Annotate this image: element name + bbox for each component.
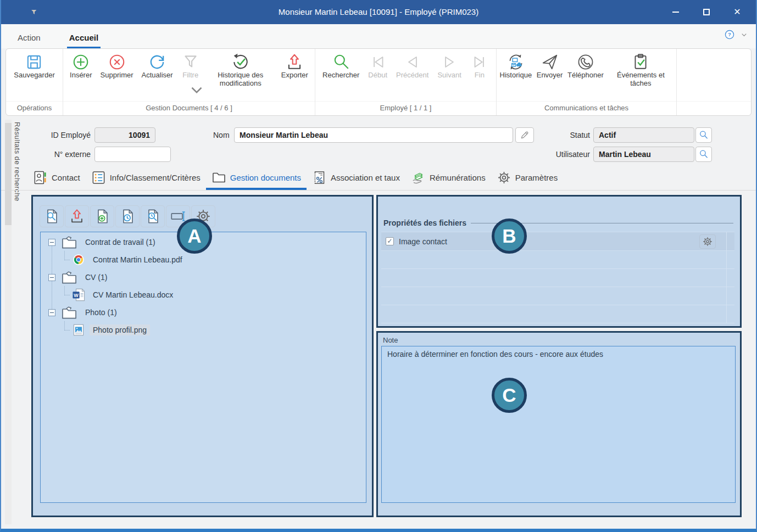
ribbon-group-operations: SauvegarderOpérations — [6, 49, 63, 115]
user-lookup-button[interactable] — [695, 147, 712, 162]
ribbon-button-label: Exporter — [281, 71, 308, 80]
chevron-down-icon[interactable] — [740, 31, 748, 39]
fin-button[interactable]: Fin — [469, 53, 491, 80]
suivant-button[interactable]: Suivant — [436, 53, 463, 80]
exporter-button[interactable]: Exporter — [280, 53, 310, 80]
property-settings-button[interactable] — [699, 234, 716, 249]
ribbon-group-label: Gestion Documents [ 4 / 6 ] — [63, 101, 315, 115]
contact-card-icon — [33, 170, 48, 185]
add-document-button[interactable] — [90, 205, 114, 227]
ribbon-group-label — [677, 101, 751, 115]
ribbon-button-label: Insérer — [70, 71, 92, 80]
envoyer-button[interactable]: Envoyer — [535, 53, 565, 80]
tab-label: Rémunérations — [430, 173, 486, 182]
historique-button[interactable]: Historique — [498, 53, 534, 80]
tab-association-et-taux[interactable]: Association et taux — [307, 167, 405, 190]
tab-gestion-documents[interactable]: Gestion documents — [206, 167, 307, 190]
history-check-icon — [231, 53, 250, 71]
tree-item-cv-1[interactable]: CV (1) — [41, 268, 366, 286]
tab-info-classement-criteres[interactable]: Info/Classement/Critères — [86, 167, 206, 190]
nav-last-icon — [470, 53, 489, 71]
ribbon-tab-accueil[interactable]: Accueil — [67, 33, 101, 48]
search-lookup-icon — [698, 149, 709, 160]
checkbox-checked-icon[interactable]: ✓ — [386, 237, 394, 245]
ribbon-help-area: ? — [723, 29, 748, 41]
telephoner-button[interactable]: Téléphoner — [566, 53, 605, 80]
annotation-circle-b: B — [492, 219, 527, 254]
export-document-button[interactable] — [65, 205, 89, 227]
sidebar-scroll-thumb[interactable] — [5, 123, 12, 225]
documents-tree: Contrat de travail (1)Contrat Martin Leb… — [40, 232, 366, 503]
tab-parametres[interactable]: Paramètres — [491, 167, 564, 190]
export-up-icon — [285, 53, 304, 71]
maximize-button[interactable] — [691, 0, 722, 24]
tree-expander-icon[interactable] — [48, 274, 55, 281]
ribbon-tab-row: ActionAccueil — [1, 24, 756, 48]
search-history-button[interactable] — [141, 205, 165, 227]
insert-plus-icon — [71, 53, 90, 71]
employee-id-field[interactable] — [94, 127, 155, 143]
tree-item-contrat-martin-lebeau-pdf[interactable]: Contrat Martin Lebeau.pdf — [41, 251, 366, 268]
ribbon-button-label: Sauvegarder — [14, 71, 54, 80]
gear-icon — [497, 170, 511, 185]
tab-contact[interactable]: Contact — [27, 167, 86, 190]
rechercher-button[interactable]: Rechercher — [321, 53, 361, 80]
external-number-label: N° externe — [34, 150, 91, 159]
svg-text:?: ? — [728, 31, 731, 37]
user-field[interactable] — [593, 147, 694, 162]
tree-item-photo-profil-png[interactable]: Photo profil.png — [41, 321, 366, 339]
supprimer-button[interactable]: Supprimer — [99, 53, 135, 80]
gear-icon — [702, 236, 713, 247]
tree-item-cv-martin-lebeau-docx[interactable]: WCV Martin Lebeau.docx — [41, 286, 366, 304]
precedent-button[interactable]: Précédent — [394, 53, 430, 80]
minimize-button[interactable] — [660, 0, 691, 24]
tab-label: Paramètres — [515, 173, 558, 182]
tree-expander-icon[interactable] — [48, 309, 55, 316]
doc-add-icon — [94, 208, 110, 225]
edit-name-button[interactable] — [515, 127, 534, 143]
note-textarea[interactable]: Horaire à déterminer en fonction des cou… — [381, 346, 736, 503]
actualiser-button[interactable]: Actualiser — [140, 53, 175, 80]
close-icon: ✕ — [733, 8, 741, 16]
name-field[interactable] — [234, 127, 513, 143]
sidebar-tab-search-results[interactable]: Résultats de recherche — [13, 122, 21, 201]
evenements-et-taches-button[interactable]: Événements et tâches — [606, 53, 675, 88]
historique-des-modifications-button[interactable]: Historique des modifications — [207, 53, 275, 88]
ribbon-button-label: Téléphoner — [567, 71, 604, 80]
external-number-field[interactable] — [94, 147, 171, 162]
documents-panel: Contrat de travail (1)Contrat Martin Leb… — [31, 195, 374, 517]
refresh-icon — [148, 53, 166, 71]
percent-doc-icon — [312, 170, 327, 185]
ribbon-tab-action[interactable]: Action — [15, 33, 43, 48]
content-area: Résultats de recherche ID Employé N° ext… — [1, 116, 756, 529]
tabs-divider — [1, 190, 756, 191]
phone-icon — [576, 53, 595, 71]
ribbon-button-label: Envoyer — [537, 71, 563, 80]
file-properties-rows: ✓Image contact — [381, 232, 734, 323]
ribbon-button-label: Supprimer — [101, 71, 133, 80]
preview-document-button[interactable] — [40, 205, 64, 227]
debut-button[interactable]: Début — [366, 53, 389, 80]
tab-remunerations[interactable]: Rémunérations — [405, 167, 491, 190]
filtre-button[interactable]: Filtre — [180, 53, 202, 86]
close-button[interactable]: ✕ — [722, 0, 753, 24]
ribbon-group-employe-1-1: RechercherDébutPrécédentSuivantFinEmploy… — [315, 49, 497, 115]
help-icon[interactable]: ? — [723, 29, 736, 41]
sauvegarder-button[interactable]: Sauvegarder — [12, 53, 56, 80]
tree-item-label: Contrat de travail (1) — [82, 237, 159, 248]
word-icon: W — [71, 288, 86, 302]
window-controls: ✕ — [660, 0, 753, 24]
document-history-button[interactable] — [115, 205, 140, 227]
file-properties-panel: Propriétés des fichiers ✓Image contact B — [376, 195, 742, 328]
inserer-button[interactable]: Insérer — [68, 53, 93, 80]
tree-item-photo-1[interactable]: Photo (1) — [41, 304, 366, 321]
status-field[interactable] — [593, 127, 694, 143]
status-lookup-button[interactable] — [695, 127, 712, 143]
tree-item-label: CV (1) — [82, 272, 110, 283]
tab-label: Info/Classement/Critères — [110, 173, 201, 182]
tree-expander-icon[interactable] — [48, 239, 55, 246]
ribbon-button-label: Filtre — [182, 71, 198, 80]
events-clipboard-icon — [631, 53, 650, 71]
tab-label: Contact — [52, 173, 80, 182]
record-tabs: ContactInfo/Classement/CritèresGestion d… — [27, 167, 563, 190]
